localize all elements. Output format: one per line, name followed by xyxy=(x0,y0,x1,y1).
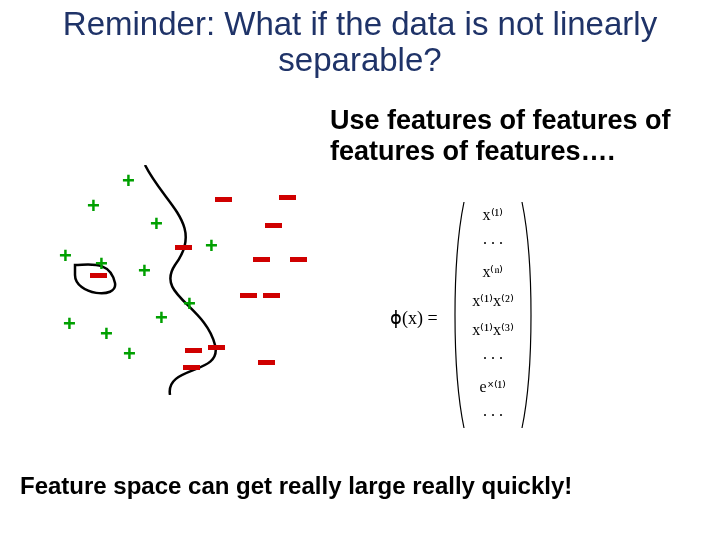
scatter-diagram: ++++++++++++ xyxy=(15,165,305,395)
minus-icon xyxy=(175,245,192,250)
vector-entry: · · · xyxy=(472,234,514,253)
vector-entry: x⁽¹⁾x⁽³⁾ xyxy=(472,320,514,339)
vector-entry: x⁽ⁿ⁾ xyxy=(472,262,514,281)
vector-entries: x⁽¹⁾· · ·x⁽ⁿ⁾x⁽¹⁾x⁽²⁾x⁽¹⁾x⁽³⁾· · ·eˣ⁽¹⁾·… xyxy=(466,200,520,430)
plus-icon: + xyxy=(150,213,163,235)
minus-icon xyxy=(208,345,225,350)
slide-title: Reminder: What if the data is not linear… xyxy=(20,6,700,79)
right-paren-icon xyxy=(520,200,538,435)
minus-icon xyxy=(240,293,257,298)
vector-entry: x⁽¹⁾ xyxy=(472,205,514,224)
plus-icon: + xyxy=(87,195,100,217)
footer-note: Feature space can get really large reall… xyxy=(20,472,700,500)
minus-icon xyxy=(253,257,270,262)
plus-icon: + xyxy=(100,323,113,345)
minus-icon xyxy=(185,348,202,353)
plus-icon: + xyxy=(138,260,151,282)
vector-entry: · · · xyxy=(472,406,514,425)
slide: Reminder: What if the data is not linear… xyxy=(0,0,720,540)
formula-lhs: ϕ(x) = xyxy=(390,307,438,329)
slide-subtitle: Use features of features of features of … xyxy=(330,105,700,167)
plus-icon: + xyxy=(205,235,218,257)
feature-map-formula: ϕ(x) = x⁽¹⁾· · ·x⁽ⁿ⁾x⁽¹⁾x⁽²⁾x⁽¹⁾x⁽³⁾· · … xyxy=(390,200,690,435)
minus-icon xyxy=(258,360,275,365)
vector-entry: x⁽¹⁾x⁽²⁾ xyxy=(472,291,514,310)
vector-entry: eˣ⁽¹⁾ xyxy=(472,377,514,396)
feature-vector: x⁽¹⁾· · ·x⁽ⁿ⁾x⁽¹⁾x⁽²⁾x⁽¹⁾x⁽³⁾· · ·eˣ⁽¹⁾·… xyxy=(448,200,538,435)
minus-icon xyxy=(290,257,307,262)
plus-icon: + xyxy=(63,313,76,335)
minus-icon xyxy=(90,273,107,278)
vector-entry: · · · xyxy=(472,349,514,368)
minus-icon xyxy=(265,223,282,228)
plus-icon: + xyxy=(59,245,72,267)
minus-icon xyxy=(215,197,232,202)
minus-icon xyxy=(263,293,280,298)
plus-icon: + xyxy=(122,170,135,192)
left-paren-icon xyxy=(448,200,466,435)
plus-icon: + xyxy=(95,253,108,275)
minus-icon xyxy=(183,365,200,370)
plus-icon: + xyxy=(183,293,196,315)
plus-icon: + xyxy=(155,307,168,329)
plus-icon: + xyxy=(123,343,136,365)
minus-icon xyxy=(279,195,296,200)
